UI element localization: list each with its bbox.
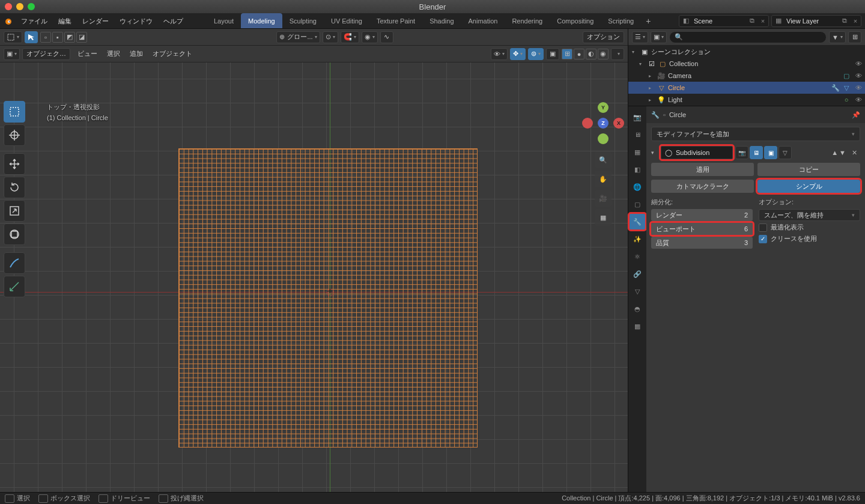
- camera-view-icon[interactable]: 🎥: [595, 190, 612, 207]
- scene-browse-button[interactable]: ⧉: [747, 17, 757, 25]
- outliner-scene-collection[interactable]: ▾▣ シーンコレクション: [628, 46, 865, 58]
- properties-tab-data[interactable]: ▽: [629, 283, 646, 300]
- window-zoom-button[interactable]: [28, 3, 35, 10]
- workspace-tab-compositing[interactable]: Compositing: [550, 13, 601, 28]
- modifier-apply-button[interactable]: 適用: [651, 163, 754, 176]
- tool-cursor[interactable]: [4, 124, 25, 146]
- properties-tab-texture[interactable]: ▩: [629, 318, 646, 335]
- view-layer-browse-button[interactable]: ⧉: [839, 17, 850, 25]
- shading-solid[interactable]: ●: [574, 49, 584, 59]
- properties-tab-world[interactable]: 🌐: [629, 178, 646, 195]
- proportional-curve-icon[interactable]: ∿: [380, 31, 393, 43]
- workspace-tab-sculpting[interactable]: Sculpting: [282, 13, 324, 28]
- window-close-button[interactable]: [5, 3, 12, 10]
- window-minimize-button[interactable]: [16, 3, 23, 10]
- scene-close-button[interactable]: ×: [757, 17, 768, 25]
- options-dropdown[interactable]: オプション: [583, 31, 624, 43]
- viewport-menu-オブジェクト[interactable]: オブジェクト: [148, 49, 197, 58]
- select-intersect-icon[interactable]: ◪: [76, 32, 87, 43]
- axis-x-neg[interactable]: [582, 118, 593, 129]
- view-layer-selector[interactable]: ▦ View Layer ⧉ ×: [771, 15, 861, 27]
- modifier-copy-button[interactable]: コピー: [757, 163, 860, 176]
- editor-type-dropdown[interactable]: ▣: [4, 48, 20, 60]
- modifier-move-up[interactable]: ▲: [831, 149, 838, 156]
- tool-transform[interactable]: [4, 223, 25, 245]
- xray-toggle[interactable]: ▣: [546, 48, 559, 60]
- properties-tab-modifiers[interactable]: 🔧: [629, 213, 646, 230]
- subdiv-type-simple[interactable]: シンプル: [757, 180, 860, 193]
- visibility-dropdown[interactable]: 👁: [491, 48, 508, 60]
- viewport-menu-追加[interactable]: 追加: [125, 49, 148, 58]
- properties-tab-physics[interactable]: ⚛: [629, 248, 646, 265]
- visibility-toggle-icon[interactable]: 👁: [852, 72, 865, 79]
- shading-options-dropdown[interactable]: [611, 48, 624, 60]
- properties-tab-material[interactable]: ◓: [629, 300, 646, 317]
- pan-icon[interactable]: ✋: [595, 171, 612, 187]
- modifier-name-field[interactable]: ◯ Subdivision: [661, 146, 733, 159]
- outliner-editor-type[interactable]: ☰: [632, 31, 648, 43]
- view-layer-close-button[interactable]: ×: [850, 17, 861, 25]
- tool-rotate[interactable]: [4, 177, 25, 198]
- breadcrumb-object[interactable]: Circle: [669, 111, 686, 118]
- gizmo-toggle[interactable]: ✥: [510, 48, 526, 60]
- workspace-tab-texture-paint[interactable]: Texture Paint: [369, 13, 422, 28]
- outliner-search-input[interactable]: 🔍: [669, 31, 827, 43]
- select-invert-icon[interactable]: ◩: [64, 32, 75, 43]
- visibility-toggle-icon[interactable]: 👁: [852, 84, 865, 91]
- outliner-display-mode[interactable]: ▣: [651, 31, 667, 43]
- tool-move[interactable]: [4, 153, 25, 175]
- properties-tab-render[interactable]: 📷: [629, 109, 646, 126]
- workspace-tab-layout[interactable]: Layout: [207, 13, 241, 28]
- viewport-levels-field[interactable]: ビューポート 6: [651, 223, 753, 235]
- workspace-add-button[interactable]: +: [641, 13, 655, 28]
- select-mode-new[interactable]: [25, 31, 38, 43]
- menu-ウィンドウ[interactable]: ウィンドウ: [114, 13, 158, 29]
- proportional-edit-dropdown[interactable]: ◉: [362, 31, 378, 43]
- outliner-filter-dropdown[interactable]: ▼: [829, 31, 846, 43]
- viewport-menu-選択[interactable]: 選択: [102, 49, 125, 58]
- uv-smooth-dropdown[interactable]: スムーズ、隅を維持: [759, 209, 860, 221]
- 3d-viewport[interactable]: トップ・透視投影 (1) Collection | Circle Y: [0, 62, 628, 492]
- transform-orientation-dropdown[interactable]: ⊕グロー...: [276, 31, 320, 43]
- add-modifier-dropdown[interactable]: モディファイアーを追加: [651, 127, 860, 141]
- zoom-icon[interactable]: 🔍: [595, 151, 612, 168]
- workspace-tab-scripting[interactable]: Scripting: [601, 13, 641, 28]
- render-levels-field[interactable]: レンダー 2: [651, 209, 753, 221]
- workspace-tab-animation[interactable]: Animation: [461, 13, 505, 28]
- shading-rendered[interactable]: ◉: [598, 49, 609, 59]
- menu-レンダー[interactable]: レンダー: [77, 13, 114, 29]
- mesh-circle-subdivided[interactable]: [178, 148, 478, 448]
- snap-dropdown[interactable]: 🧲: [341, 31, 359, 43]
- axis-z-pos[interactable]: Z: [598, 118, 609, 129]
- pivot-dropdown[interactable]: ⊙: [323, 31, 338, 43]
- workspace-tab-shading[interactable]: Shading: [422, 13, 461, 28]
- blender-logo-icon[interactable]: [0, 13, 16, 28]
- properties-tab-scene[interactable]: ◧: [629, 161, 646, 178]
- axis-x-pos[interactable]: X: [613, 118, 624, 129]
- tool-annotate[interactable]: [4, 252, 25, 274]
- shading-material[interactable]: ◐: [586, 49, 596, 59]
- visibility-toggle-icon[interactable]: 👁: [852, 60, 865, 67]
- viewport-menu-ビュー[interactable]: ビュー: [73, 49, 102, 58]
- properties-tab-constraints[interactable]: 🔗: [629, 266, 646, 282]
- modifier-collapse-toggle[interactable]: ▾: [651, 150, 658, 156]
- axis-y-neg[interactable]: [598, 133, 609, 144]
- scene-selector[interactable]: ◧ Scene ⧉ ×: [679, 15, 769, 27]
- tool-scale[interactable]: [4, 200, 25, 222]
- subdiv-type-catmull[interactable]: カトマルクラーク: [651, 180, 754, 193]
- modifier-show-viewport-icon[interactable]: 🖥: [750, 146, 763, 159]
- outliner-collection[interactable]: ▾☑▢ Collection 👁: [628, 58, 865, 70]
- outliner-item-light[interactable]: ▸💡 Light ○ 👁: [628, 94, 865, 106]
- visibility-toggle-icon[interactable]: 👁: [852, 96, 865, 103]
- properties-tab-output[interactable]: 🖥: [629, 126, 646, 143]
- perspective-toggle-icon[interactable]: ▦: [595, 209, 612, 226]
- workspace-tab-uv-editing[interactable]: UV Editing: [324, 13, 369, 28]
- navigation-gizmo[interactable]: Y Z X: [582, 102, 624, 144]
- properties-tab-viewlayer[interactable]: ▦: [629, 144, 646, 160]
- overlay-toggle[interactable]: ⊜: [528, 48, 544, 60]
- workspace-tab-modeling[interactable]: Modeling: [241, 13, 282, 28]
- modifier-delete-button[interactable]: ✕: [848, 149, 860, 157]
- tool-select-box[interactable]: [4, 101, 25, 123]
- select-tool-dropdown[interactable]: [4, 31, 22, 43]
- pin-icon[interactable]: 📌: [852, 111, 860, 119]
